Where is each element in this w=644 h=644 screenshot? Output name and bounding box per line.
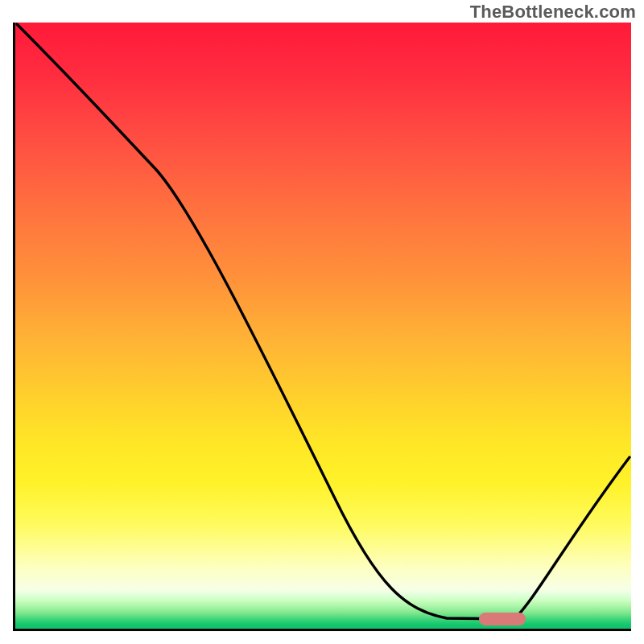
plot-area — [13, 23, 631, 631]
optimum-marker — [479, 613, 526, 625]
curve-layer — [15, 23, 631, 629]
bottleneck-curve — [17, 24, 630, 619]
chart-container: TheBottleneck.com — [0, 0, 644, 644]
brand-watermark: TheBottleneck.com — [470, 2, 636, 23]
